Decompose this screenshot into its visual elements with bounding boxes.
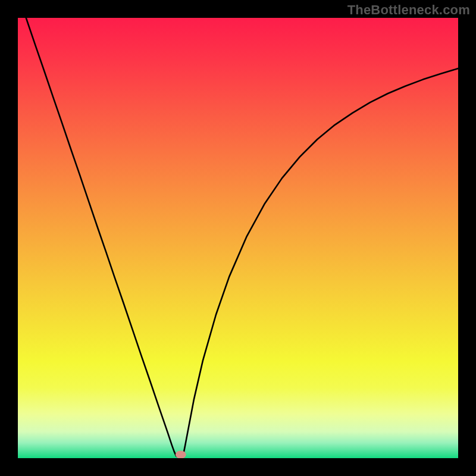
watermark-label: TheBottleneck.com bbox=[347, 2, 470, 18]
chart-plot-area bbox=[18, 18, 458, 458]
chart-frame: TheBottleneck.com bbox=[0, 0, 476, 476]
chart-background bbox=[18, 18, 458, 458]
chart-svg bbox=[18, 18, 458, 458]
